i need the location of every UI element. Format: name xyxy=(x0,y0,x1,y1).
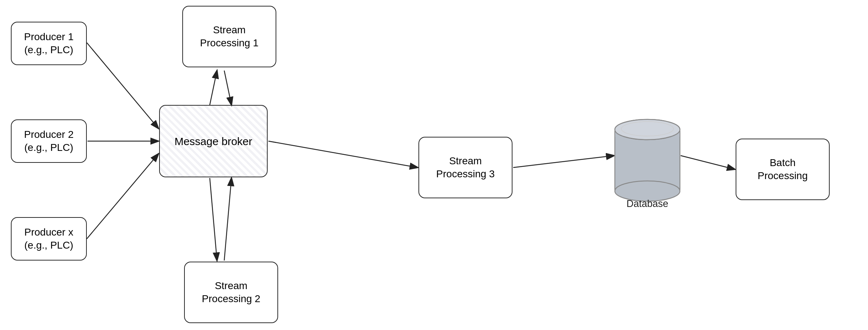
svg-line-9 xyxy=(681,156,735,169)
producer-1-node: Producer 1 (e.g., PLC) xyxy=(11,22,87,65)
svg-line-4 xyxy=(224,71,231,105)
stream-processing-1-label: Stream Processing 1 xyxy=(200,24,259,50)
stream-processing-1-node: Stream Processing 1 xyxy=(182,6,276,67)
stream-processing-3-node: Stream Processing 3 xyxy=(418,137,512,198)
batch-processing-node: Batch Processing xyxy=(736,139,830,200)
producer-2-label: Producer 2 (e.g., PLC) xyxy=(24,128,74,155)
svg-line-2 xyxy=(87,154,158,239)
database-label: Database xyxy=(615,198,680,210)
message-broker-label: Message broker xyxy=(174,134,252,148)
stream-processing-2-label: Stream Processing 2 xyxy=(202,279,260,306)
message-broker-node: Message broker xyxy=(159,105,268,177)
svg-point-14 xyxy=(615,119,680,140)
stream-processing-3-label: Stream Processing 3 xyxy=(436,155,495,181)
producer-x-node: Producer x (e.g., PLC) xyxy=(11,217,87,261)
producer-1-label: Producer 1 (e.g., PLC) xyxy=(24,30,74,57)
producer-2-node: Producer 2 (e.g., PLC) xyxy=(11,119,87,163)
producer-x-label: Producer x (e.g., PLC) xyxy=(24,226,73,252)
svg-line-6 xyxy=(224,178,231,261)
svg-line-0 xyxy=(87,43,158,128)
svg-line-8 xyxy=(513,156,614,168)
svg-line-3 xyxy=(210,71,217,105)
diagram-container: Producer 1 (e.g., PLC) Producer 2 (e.g.,… xyxy=(0,0,868,330)
stream-processing-2-node: Stream Processing 2 xyxy=(184,262,278,323)
svg-line-7 xyxy=(268,141,418,168)
svg-line-5 xyxy=(210,178,217,261)
batch-processing-label: Batch Processing xyxy=(758,156,808,183)
